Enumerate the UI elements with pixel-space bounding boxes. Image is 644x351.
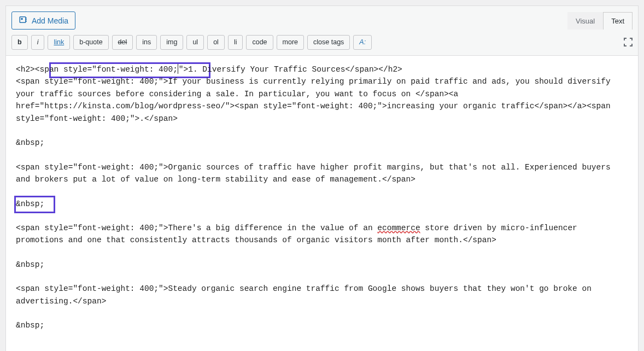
html-text-editor[interactable]: <h2><span style="font-weight: 400;">1. D… xyxy=(6,56,638,351)
add-media-label: Add Media xyxy=(32,16,68,25)
code-text: ">1. Diversify Your Traffic Sources</spa… xyxy=(179,65,402,74)
qt-ul[interactable]: ul xyxy=(186,35,204,50)
svg-rect-0 xyxy=(20,17,26,23)
qt-del[interactable]: del xyxy=(112,35,133,50)
media-icon xyxy=(19,15,28,26)
code-text: <span style="font-weight: 400; xyxy=(35,65,178,74)
content-block-3: <span style="font-weight: 400;">There's … xyxy=(16,222,628,247)
content-nbsp-1: &nbsp; xyxy=(16,137,628,149)
qt-closetags[interactable]: close tags xyxy=(307,35,350,50)
qt-a[interactable]: A: xyxy=(353,35,372,50)
qt-code[interactable]: code xyxy=(246,35,273,50)
content-nbsp-3: &nbsp; xyxy=(16,259,628,271)
qt-bquote[interactable]: b-quote xyxy=(73,35,108,50)
tab-text[interactable]: Text xyxy=(603,12,633,30)
code-text: <h2> xyxy=(16,65,35,74)
spellcheck-word: ecommerce xyxy=(377,224,420,232)
code-text: <span style="font-weight: 400;">There's … xyxy=(16,224,377,232)
add-media-button[interactable]: Add Media xyxy=(11,11,75,30)
qt-ins[interactable]: ins xyxy=(136,35,157,50)
tab-visual[interactable]: Visual xyxy=(567,12,603,30)
content-block-2: <span style="font-weight: 400;">Organic … xyxy=(16,161,628,186)
qt-link[interactable]: link xyxy=(48,35,70,50)
qt-bold[interactable]: b xyxy=(11,35,28,50)
content-nbsp-4: &nbsp; xyxy=(16,319,628,331)
qt-more[interactable]: more xyxy=(277,35,304,50)
content-block-1: <h2><span style="font-weight: 400;">1. D… xyxy=(16,63,628,125)
content-nbsp-2: &nbsp; xyxy=(16,198,628,210)
qt-img[interactable]: img xyxy=(160,35,183,50)
editor-mode-tabs: Visual Text xyxy=(567,12,633,30)
svg-point-1 xyxy=(21,18,22,19)
quicktags-toolbar: b i link b-quote del ins img ul ol li co… xyxy=(6,32,638,56)
qt-ol[interactable]: ol xyxy=(207,35,225,50)
fullscreen-icon[interactable] xyxy=(624,38,633,46)
media-toolbar: Add Media Visual Text xyxy=(6,6,638,32)
classic-editor: Add Media Visual Text b i link b-quote d… xyxy=(5,5,639,351)
content-block-4: <span style="font-weight: 400;">Steady o… xyxy=(16,283,628,307)
text-caret xyxy=(178,64,178,74)
code-text: <span style="font-weight: 400;">If your … xyxy=(16,77,611,122)
qt-li[interactable]: li xyxy=(228,35,243,50)
qt-italic[interactable]: i xyxy=(31,35,45,50)
